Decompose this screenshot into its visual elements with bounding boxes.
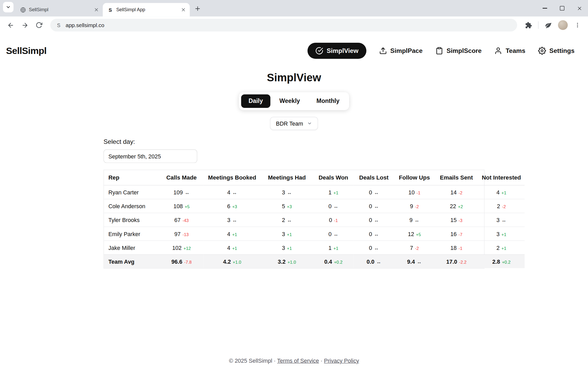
gear-icon bbox=[538, 47, 546, 55]
privacy-policy-link[interactable]: Privacy Policy bbox=[324, 357, 359, 363]
footer-separator: · bbox=[274, 357, 275, 363]
metric-cell: 4+1 bbox=[204, 241, 261, 255]
performance-button[interactable] bbox=[542, 18, 555, 32]
forward-button[interactable] bbox=[18, 18, 32, 32]
rep-name: Team Avg bbox=[104, 255, 159, 268]
metric-value: 0 bbox=[328, 231, 332, 237]
metric-value: 1 bbox=[328, 189, 332, 195]
metric-value: 0.4 bbox=[324, 258, 332, 264]
browser-menu-button[interactable] bbox=[571, 18, 584, 32]
main-nav: SimplView SimplPace SimplScore bbox=[308, 43, 574, 59]
nav-simplview[interactable]: SimplView bbox=[308, 43, 366, 59]
no-change-arrow-icon: ↔ bbox=[333, 204, 338, 209]
no-change-arrow-icon: ↔ bbox=[374, 190, 379, 195]
delta-up: +0.2 bbox=[334, 260, 343, 264]
browser-toolbar: S app.sellsimpl.co bbox=[0, 16, 588, 34]
delta-up: +1 bbox=[501, 232, 506, 237]
metric-value: 2 bbox=[282, 217, 285, 223]
period-tab-weekly[interactable]: Weekly bbox=[272, 94, 307, 108]
metric-value: 10 bbox=[408, 189, 415, 195]
no-change-arrow-icon: ↔ bbox=[287, 217, 292, 223]
nav-teams[interactable]: Teams bbox=[494, 47, 525, 55]
nav-simplscore[interactable]: SimplScore bbox=[435, 47, 482, 55]
reload-button[interactable] bbox=[32, 18, 46, 32]
terms-of-service-link[interactable]: Terms of Service bbox=[277, 357, 319, 363]
profile-avatar[interactable] bbox=[558, 20, 568, 30]
delta-down: -2 bbox=[415, 204, 419, 209]
metric-cell: 109↔ bbox=[159, 186, 204, 199]
metric-value: 4 bbox=[227, 244, 230, 251]
metric-value: 7 bbox=[410, 244, 413, 251]
no-change-arrow-icon: ↔ bbox=[232, 217, 237, 223]
metric-value: 0 bbox=[369, 217, 372, 223]
delta-down: -1 bbox=[334, 218, 338, 223]
minimize-icon bbox=[543, 8, 547, 9]
no-change-arrow-icon: ↔ bbox=[374, 204, 379, 209]
tab-close-button[interactable] bbox=[93, 6, 100, 13]
metric-value: 97 bbox=[174, 231, 181, 237]
period-tab-monthly[interactable]: Monthly bbox=[309, 94, 347, 108]
metric-cell: 14-2 bbox=[435, 186, 478, 199]
metric-cell: 108+5 bbox=[159, 199, 204, 213]
delta-up: +1 bbox=[232, 246, 237, 250]
nav-simplpace[interactable]: SimplPace bbox=[379, 47, 423, 55]
extensions-button[interactable] bbox=[522, 18, 535, 32]
back-button[interactable] bbox=[4, 18, 17, 32]
metric-cell: 15-3 bbox=[435, 213, 478, 227]
page-title: SimplView bbox=[0, 72, 588, 84]
metric-cell: 0.0↔ bbox=[354, 255, 394, 268]
period-tab-daily[interactable]: Daily bbox=[241, 94, 270, 108]
metric-value: 109 bbox=[173, 189, 183, 195]
column-header-emails-sent: Emails Sent bbox=[435, 170, 478, 186]
tab-search-button[interactable] bbox=[3, 2, 14, 12]
table-row: Emily Parker97-134+13+10↔0↔12+516-73+1 bbox=[104, 227, 525, 241]
delta-down: -3 bbox=[459, 218, 463, 223]
metric-value: 22 bbox=[450, 203, 456, 209]
column-header-rep: Rep bbox=[104, 170, 159, 186]
metric-value: 14 bbox=[450, 189, 457, 195]
team-selector[interactable]: BDR Team bbox=[270, 117, 318, 130]
nav-item-label: Teams bbox=[506, 47, 525, 54]
metric-value: 0 bbox=[369, 189, 372, 195]
delta-up: +1.0 bbox=[233, 260, 241, 264]
table-row: Jake Miller102+124+13+11+10↔7-218-12+1 bbox=[104, 241, 525, 255]
metric-value: 15 bbox=[450, 217, 457, 223]
metric-cell: 0↔ bbox=[354, 199, 394, 213]
column-header-meetings-had: Meetings Had bbox=[261, 170, 313, 186]
metric-cell: 4.2+1.0 bbox=[204, 255, 261, 268]
metric-value: 0 bbox=[328, 203, 332, 209]
arrow-right-icon bbox=[21, 22, 28, 29]
metric-value: 6 bbox=[227, 203, 230, 209]
column-header-deals-won: Deals Won bbox=[313, 170, 353, 186]
tab-close-button[interactable] bbox=[180, 6, 187, 13]
address-bar[interactable]: S app.sellsimpl.co bbox=[50, 19, 517, 32]
period-selector: Daily Weekly Monthly bbox=[239, 92, 349, 110]
metric-value: 9 bbox=[410, 203, 413, 209]
rep-name: Emily Parker bbox=[104, 227, 159, 241]
tab-sellsimpl-app[interactable]: S SellSimpl App bbox=[103, 3, 190, 17]
tab-sellsimpl[interactable]: SellSimpl bbox=[16, 3, 103, 17]
metric-cell: 2+1 bbox=[478, 241, 525, 255]
metric-cell: 4+1 bbox=[204, 227, 261, 241]
day-input[interactable] bbox=[104, 150, 197, 163]
new-tab-button[interactable] bbox=[192, 3, 203, 14]
leaf-icon bbox=[545, 22, 552, 29]
metric-value: 3 bbox=[496, 217, 500, 223]
tab-title: SellSimpl App bbox=[116, 7, 177, 12]
nav-settings[interactable]: Settings bbox=[538, 47, 575, 55]
app-header: SellSimpl SimplView SimplPace bbox=[0, 34, 588, 59]
minimize-button[interactable] bbox=[536, 0, 554, 16]
metric-cell: 22+2 bbox=[435, 199, 478, 213]
no-change-arrow-icon: ↔ bbox=[287, 190, 292, 195]
column-header-not-interested: Not Interested bbox=[478, 170, 525, 186]
delta-down: -2.2 bbox=[459, 260, 467, 264]
column-header-calls-made: Calls Made bbox=[159, 170, 204, 186]
no-change-arrow-icon: ↔ bbox=[374, 231, 379, 237]
delta-up: +1 bbox=[287, 246, 292, 250]
maximize-button[interactable] bbox=[554, 0, 571, 16]
metric-cell: 0↔ bbox=[354, 227, 394, 241]
close-button[interactable] bbox=[571, 0, 588, 16]
metric-value: 0 bbox=[369, 231, 372, 237]
table-row: Cole Anderson108+56+35+30↔0↔9-222+22-2 bbox=[104, 199, 525, 213]
metric-value: 5 bbox=[282, 203, 285, 209]
